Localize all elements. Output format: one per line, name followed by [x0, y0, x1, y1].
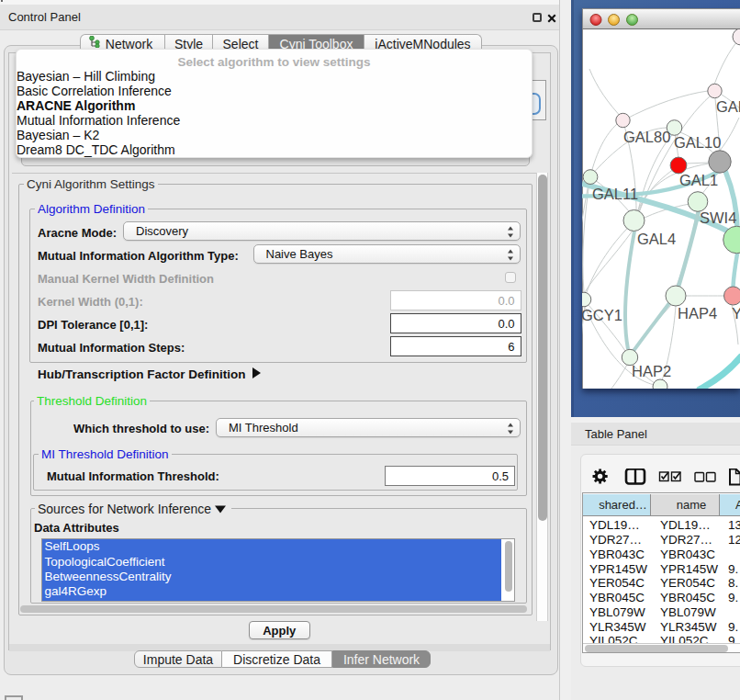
svg-text:SWI4: SWI4	[700, 209, 736, 226]
svg-text:GAL10: GAL10	[674, 134, 721, 151]
svg-text:YM: YM	[732, 305, 740, 322]
svg-text:GAL80: GAL80	[623, 129, 670, 145]
svg-text:GAL4: GAL4	[637, 231, 676, 247]
svg-text:HAP4: HAP4	[678, 305, 717, 322]
svg-text:GAL1: GAL1	[679, 172, 718, 188]
svg-text:GCY1: GCY1	[582, 307, 622, 323]
svg-text:GAL: GAL	[716, 98, 740, 115]
svg-text:GAL11: GAL11	[592, 186, 638, 202]
svg-text:HAP2: HAP2	[632, 363, 671, 379]
